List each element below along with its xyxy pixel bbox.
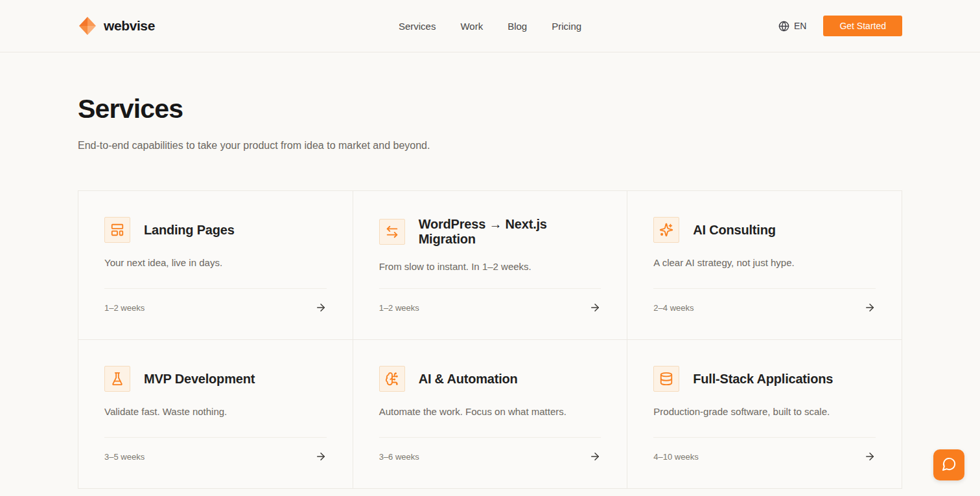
brand-name: webvise	[104, 18, 155, 34]
arrow-right-icon	[315, 302, 327, 313]
service-duration: 1–2 weeks	[104, 303, 145, 313]
nav-item-blog[interactable]: Blog	[508, 21, 527, 32]
service-title: AI & Automation	[419, 372, 518, 387]
language-selector[interactable]: EN	[778, 21, 806, 32]
service-description: Automate the work. Focus on what matters…	[379, 406, 601, 417]
service-title: WordPress → Next.js Migration	[419, 217, 601, 247]
gem-diamond-icon	[78, 16, 97, 36]
service-description: Your next idea, live in days.	[104, 257, 327, 268]
flask-icon	[104, 366, 130, 392]
main-nav: ServicesWorkBlogPricing	[399, 21, 581, 32]
nav-item-work[interactable]: Work	[460, 21, 483, 32]
globe-icon	[778, 21, 789, 32]
arrow-right-icon	[589, 302, 601, 313]
chat-button[interactable]	[933, 449, 964, 480]
layout-template-icon	[104, 217, 130, 243]
service-card-6[interactable]: Full-Stack Applications Production-grade…	[627, 340, 902, 488]
brand-logo[interactable]: webvise	[78, 16, 155, 36]
service-duration: 1–2 weeks	[379, 303, 419, 313]
service-card-2[interactable]: WordPress → Next.js Migration From slow …	[353, 191, 627, 339]
service-title: Landing Pages	[144, 223, 235, 238]
get-started-button[interactable]: Get Started	[823, 16, 902, 36]
database-icon	[653, 366, 679, 392]
service-duration: 4–10 weeks	[653, 452, 698, 462]
page-title: Services	[78, 94, 902, 124]
swap-arrows-icon	[379, 219, 405, 245]
service-card-1[interactable]: Landing Pages Your next idea, live in da…	[78, 191, 353, 339]
service-duration: 3–5 weeks	[104, 452, 145, 462]
nav-item-pricing[interactable]: Pricing	[552, 21, 581, 32]
service-description: A clear AI strategy, not just hype.	[653, 257, 876, 268]
arrow-right-icon	[589, 451, 601, 462]
services-page: Services End-to-end capabilities to take…	[0, 52, 980, 489]
nav-item-services[interactable]: Services	[399, 21, 436, 32]
service-title: MVP Development	[144, 372, 255, 387]
service-card-3[interactable]: AI Consulting A clear AI strategy, not j…	[627, 191, 902, 339]
page-subtitle: End-to-end capabilities to take your pro…	[78, 140, 902, 152]
language-label: EN	[794, 21, 806, 31]
service-duration: 3–6 weeks	[379, 452, 419, 462]
service-description: Production-grade software, built to scal…	[653, 406, 876, 417]
arrow-right-icon	[864, 451, 876, 462]
chat-bubble-icon	[942, 457, 957, 473]
service-card-5[interactable]: AI & Automation Automate the work. Focus…	[353, 340, 627, 488]
site-header: webvise ServicesWorkBlogPricing EN Get S…	[0, 0, 980, 52]
service-title: Full-Stack Applications	[693, 372, 833, 387]
services-grid: Landing Pages Your next idea, live in da…	[78, 190, 902, 489]
brain-circuit-icon	[379, 366, 405, 392]
service-title: AI Consulting	[693, 223, 775, 238]
service-card-4[interactable]: MVP Development Validate fast. Waste not…	[78, 340, 353, 488]
arrow-right-icon	[864, 302, 876, 313]
sparkles-icon	[653, 217, 679, 243]
service-description: Validate fast. Waste nothing.	[104, 406, 327, 417]
service-description: From slow to instant. In 1–2 weeks.	[379, 261, 601, 272]
arrow-right-icon	[315, 451, 327, 462]
service-duration: 2–4 weeks	[653, 303, 694, 313]
